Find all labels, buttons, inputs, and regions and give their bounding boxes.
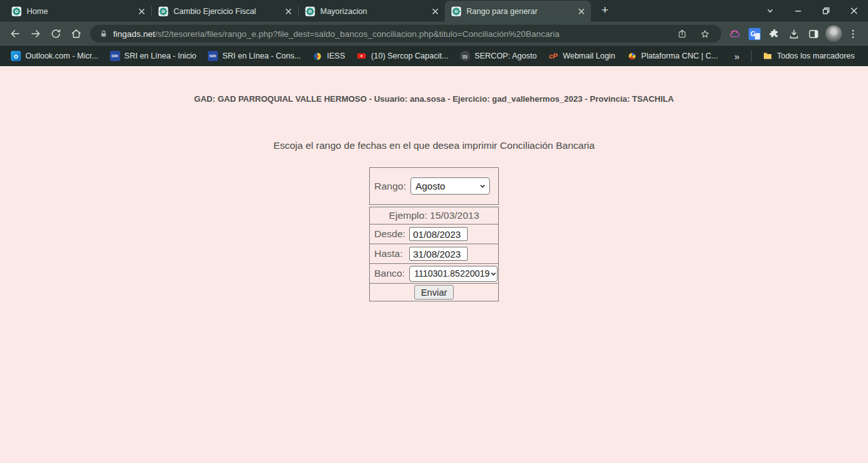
site-favicon-icon bbox=[451, 6, 461, 17]
chevron-down-icon bbox=[490, 270, 497, 277]
tab-close-icon[interactable] bbox=[136, 6, 147, 17]
tab-label: Cambio Ejercicio Fiscal bbox=[173, 7, 278, 16]
rango-row: Rango: Agosto bbox=[370, 168, 498, 204]
window-controls bbox=[756, 0, 868, 22]
site-favicon-icon bbox=[305, 6, 315, 17]
hasta-input[interactable] bbox=[409, 247, 468, 261]
address-actions bbox=[672, 25, 715, 43]
back-button[interactable] bbox=[5, 24, 25, 44]
bookmarks-bar: o Outlook.com - Micr... SRI SRI en Línea… bbox=[0, 46, 868, 66]
youtube-icon bbox=[356, 51, 367, 61]
tab-search-chevron-icon[interactable] bbox=[756, 0, 784, 22]
tab-rango-para-generar[interactable]: Rango para generar bbox=[445, 1, 591, 22]
bookmark-sercop-youtube[interactable]: (10) Sercop Capacit... bbox=[351, 48, 454, 64]
bookmarks-overflow-chevron[interactable]: » bbox=[728, 51, 745, 62]
tab-label: Home bbox=[27, 7, 131, 16]
close-window-button[interactable] bbox=[840, 0, 868, 22]
banco-select[interactable]: 1110301.85220019 bbox=[409, 266, 498, 282]
desde-label: Desde: bbox=[374, 228, 409, 240]
page-title: Escoja el rango de fechas en el que dese… bbox=[0, 140, 868, 151]
new-tab-button[interactable]: + bbox=[596, 2, 614, 20]
bookmark-outlook[interactable]: o Outlook.com - Micr... bbox=[5, 48, 104, 64]
sri-icon: SRI bbox=[110, 51, 120, 61]
hasta-row: Hasta: bbox=[370, 244, 498, 263]
bookmark-webmail[interactable]: cP Webmail Login bbox=[543, 48, 621, 64]
bookmark-plataforma-cnc[interactable]: Plataforma CNC | C... bbox=[621, 48, 724, 64]
cpanel-icon: cP bbox=[549, 52, 557, 60]
url-path: /sf2/tesoreria/files/rango_e.php?file_de… bbox=[155, 29, 559, 39]
tab-close-icon[interactable] bbox=[576, 6, 587, 17]
outlook-icon: o bbox=[11, 51, 21, 61]
minimize-button[interactable] bbox=[784, 0, 812, 22]
rango-select[interactable]: Agosto bbox=[410, 177, 490, 195]
bookmark-sercop-agosto[interactable]: m SERCOP: Agosto bbox=[454, 48, 543, 64]
enviar-button[interactable]: Enviar bbox=[414, 285, 453, 300]
forward-button[interactable] bbox=[25, 24, 46, 44]
all-bookmarks-folder[interactable]: Todos los marcadores bbox=[757, 48, 860, 64]
tab-mayorizacion[interactable]: Mayorizacion bbox=[299, 1, 445, 22]
iess-icon bbox=[313, 51, 323, 61]
browser-window: Home Cambio Ejercicio Fiscal Mayorizacio… bbox=[0, 0, 868, 463]
site-favicon-icon bbox=[158, 6, 168, 17]
share-icon[interactable] bbox=[672, 25, 692, 43]
translate-extension-icon[interactable]: G bbox=[745, 24, 764, 44]
web-page: GAD: GAD PARROQUIAL VALLE HERMOSO - Usua… bbox=[0, 66, 868, 463]
cnc-icon bbox=[627, 51, 637, 61]
lock-icon bbox=[99, 29, 108, 38]
submit-row: Enviar bbox=[370, 283, 498, 301]
tab-strip: Home Cambio Ejercicio Fiscal Mayorizacio… bbox=[0, 0, 868, 22]
bookmark-star-icon[interactable] bbox=[695, 25, 715, 43]
date-range-form: Rango: Agosto Ejemplo: 15/03/2013 Desde:… bbox=[369, 167, 499, 301]
bookmarks-divider bbox=[751, 50, 752, 62]
sri-icon: SRI bbox=[208, 51, 218, 61]
tab-home[interactable]: Home bbox=[5, 1, 151, 22]
sercop-icon: m bbox=[460, 51, 470, 61]
banco-row: Banco: 1110301.85220019 bbox=[370, 263, 498, 283]
desde-input[interactable] bbox=[409, 227, 468, 241]
side-panel-icon[interactable] bbox=[804, 24, 824, 44]
reload-button[interactable] bbox=[46, 24, 66, 44]
tab-close-icon[interactable] bbox=[430, 6, 441, 17]
ejemplo-hint: Ejemplo: 15/03/2013 bbox=[370, 207, 498, 224]
chevron-down-icon bbox=[479, 183, 486, 190]
url-domain: fingads.net bbox=[113, 29, 155, 39]
gad-session-header: GAD: GAD PARROQUIAL VALLE HERMOSO - Usua… bbox=[0, 66, 868, 104]
tab-label: Rango para generar bbox=[466, 7, 571, 16]
banco-label: Banco: bbox=[374, 268, 409, 279]
downloads-icon[interactable] bbox=[784, 24, 804, 44]
folder-icon bbox=[763, 51, 773, 61]
bookmark-iess[interactable]: IESS bbox=[307, 48, 351, 64]
browser-toolbar: fingads.net/sf2/tesoreria/files/rango_e.… bbox=[0, 22, 868, 46]
home-button[interactable] bbox=[66, 24, 86, 44]
tab-close-icon[interactable] bbox=[283, 6, 294, 17]
rango-label: Rango: bbox=[374, 181, 410, 192]
site-favicon-icon bbox=[11, 6, 22, 17]
hasta-label: Hasta: bbox=[374, 248, 409, 259]
address-bar[interactable]: fingads.net/sf2/tesoreria/files/rango_e.… bbox=[90, 25, 721, 43]
pink-cloud-extension-icon[interactable] bbox=[725, 24, 745, 44]
profile-avatar[interactable] bbox=[824, 24, 843, 44]
tab-cambio-ejercicio[interactable]: Cambio Ejercicio Fiscal bbox=[152, 1, 298, 22]
rango-table: Rango: Agosto bbox=[369, 167, 499, 205]
restore-button[interactable] bbox=[812, 0, 840, 22]
bookmark-sri-inicio[interactable]: SRI SRI en Línea - Inicio bbox=[104, 48, 202, 64]
bookmark-sri-consultas[interactable]: SRI SRI en Línea - Cons... bbox=[202, 48, 307, 64]
extensions-puzzle-icon[interactable] bbox=[764, 24, 784, 44]
tab-label: Mayorizacion bbox=[320, 7, 424, 16]
desde-row: Desde: bbox=[370, 224, 498, 244]
browser-menu-icon[interactable] bbox=[843, 24, 863, 44]
fechas-table: Ejemplo: 15/03/2013 Desde: Hasta: Banco:… bbox=[369, 207, 499, 301]
